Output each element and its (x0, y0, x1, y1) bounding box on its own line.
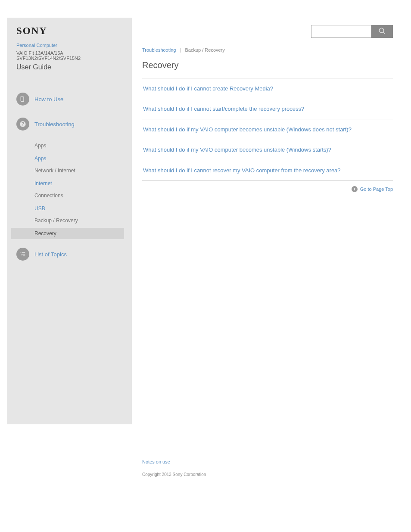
breadcrumb-current: Backup / Recovery (185, 47, 224, 53)
breadcrumb-separator: | (180, 47, 181, 53)
search-input[interactable] (311, 25, 371, 38)
go-to-top-link[interactable]: Go to Page Top (352, 186, 393, 192)
topic-link[interactable]: What should I do if my VAIO computer bec… (142, 119, 393, 140)
nav-group-backup: Backup / Recovery Recovery (16, 218, 128, 239)
search-button[interactable] (371, 25, 393, 38)
guide-title: User Guide (16, 63, 128, 71)
nav-group-network: Network / Internet Internet (16, 168, 128, 189)
nav-group-title: Apps (16, 143, 128, 149)
topic-link[interactable]: What should I do if I cannot start/compl… (142, 99, 393, 119)
list-icon (16, 248, 29, 261)
arrow-up-icon (352, 186, 358, 192)
book-icon (16, 93, 29, 106)
page-title: Recovery (142, 60, 393, 70)
nav-link-usb[interactable]: USB (16, 203, 128, 214)
search-icon (378, 27, 386, 36)
footer-links: Notes on use (142, 459, 393, 464)
brand-logo: SONY (16, 25, 128, 37)
nav-troubleshooting[interactable]: Troubleshooting (16, 118, 128, 131)
breadcrumb: Troubleshooting | Backup / Recovery (142, 47, 393, 53)
search-container (311, 25, 393, 38)
nav-group-connections: Connections USB (16, 193, 128, 214)
nav-group-title: Network / Internet (16, 168, 128, 174)
nav-link-apps[interactable]: Apps (16, 153, 128, 164)
nav-group-title: Backup / Recovery (16, 218, 128, 224)
nav-label: Troubleshooting (34, 121, 75, 128)
topic-link[interactable]: What should I do if I cannot recover my … (142, 160, 393, 180)
topic-link[interactable]: What should I do if my VAIO computer bec… (142, 140, 393, 160)
question-icon (16, 118, 29, 131)
model-text: VAIO Fit 13A/14A/15A SVF13N2/SVF14N2/SVF… (16, 50, 128, 61)
main-content: Troubleshooting | Backup / Recovery Reco… (142, 0, 411, 477)
nav-link-internet[interactable]: Internet (16, 178, 128, 189)
divider (142, 180, 393, 181)
nav-label: How to Use (34, 96, 63, 103)
topic-link[interactable]: What should I do if I cannot create Reco… (142, 78, 393, 99)
nav-how-to-use[interactable]: How to Use (16, 93, 128, 106)
footer: Notes on use Copyright 2013 Sony Corpora… (142, 192, 393, 477)
nav-list-of-topics[interactable]: List of Topics (16, 248, 128, 261)
breadcrumb-parent[interactable]: Troubleshooting (142, 47, 176, 53)
nav-group-title: Connections (16, 193, 128, 199)
product-link[interactable]: Personal Computer (16, 43, 128, 48)
sidebar: SONY Personal Computer VAIO Fit 13A/14A/… (7, 18, 132, 424)
nav-link-recovery[interactable]: Recovery (11, 228, 124, 239)
copyright: Copyright 2013 Sony Corporation (142, 472, 393, 477)
go-to-top-label: Go to Page Top (360, 187, 393, 192)
nav-label: List of Topics (34, 251, 67, 258)
footer-notes-link[interactable]: Notes on use (142, 459, 170, 464)
nav-group-apps: Apps Apps (16, 143, 128, 164)
